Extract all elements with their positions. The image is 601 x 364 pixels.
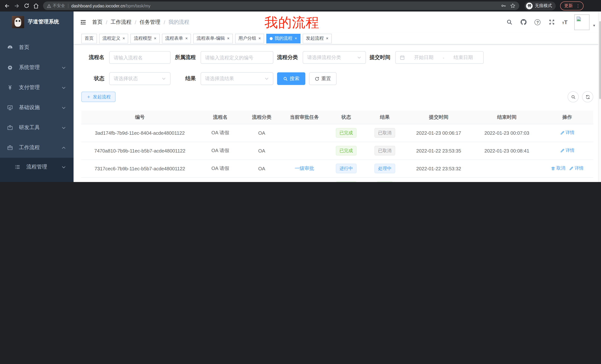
back-icon[interactable] bbox=[3, 2, 11, 10]
tab-用户分组[interactable]: 用户分组× bbox=[235, 34, 264, 43]
sidebar-item-1[interactable]: 首页 bbox=[0, 38, 74, 57]
process-name-input[interactable] bbox=[109, 51, 170, 64]
address-bar[interactable]: 不安全 dashboard.yudao.iocoder.cn/bpm/task/… bbox=[43, 1, 519, 10]
hamburger-icon[interactable] bbox=[80, 18, 87, 26]
breadcrumb-item[interactable]: 任务管理 bbox=[140, 19, 160, 25]
refresh-icon bbox=[585, 95, 590, 99]
tab-首页[interactable]: 首页 bbox=[81, 34, 97, 43]
result-badge: 通过 bbox=[377, 182, 393, 182]
process-id-input[interactable] bbox=[200, 51, 273, 64]
sidebar-item-4[interactable]: 基础设施 bbox=[0, 98, 74, 118]
close-icon[interactable]: × bbox=[326, 36, 328, 40]
tab-流程模型[interactable]: 流程模型× bbox=[130, 34, 160, 43]
cell-task bbox=[281, 124, 328, 142]
result-select[interactable]: 请选择流结果 bbox=[200, 72, 273, 85]
table-row: 7470a810-7b9b-11ec-b5b7-acde48001122OA 请… bbox=[81, 142, 593, 160]
tags-view: 首页流程定义×流程模型×流程表单×流程表单-编辑×用户分组×我的流程×发起流程× bbox=[74, 33, 601, 45]
plus-icon: ＋ bbox=[86, 94, 91, 100]
chevron-down-icon bbox=[61, 65, 66, 70]
update-button[interactable]: 更新 ⋮ bbox=[560, 1, 583, 10]
detail-link[interactable]: 详情 bbox=[560, 130, 574, 136]
github-icon[interactable] bbox=[520, 18, 527, 26]
cancel-link[interactable]: 取消 bbox=[551, 165, 565, 172]
cell-name: OA 请假 bbox=[198, 142, 242, 160]
edit-icon bbox=[560, 131, 564, 135]
reload-icon[interactable] bbox=[22, 2, 30, 10]
hide-search-button[interactable] bbox=[568, 91, 579, 102]
reset-button[interactable]: 重置 bbox=[309, 72, 337, 85]
header-search-icon[interactable] bbox=[506, 18, 513, 26]
cell-end-time: 2022-01-23 00:07:03 bbox=[472, 124, 541, 142]
url-text[interactable]: dashboard.yudao.iocoder.cn/bpm/task/my bbox=[71, 3, 150, 8]
sidebar-item-label: 研发工具 bbox=[19, 124, 61, 131]
create-process-button[interactable]: ＋ 发起流程 bbox=[81, 92, 116, 102]
tab-流程表单-编辑[interactable]: 流程表单-编辑× bbox=[193, 34, 233, 43]
not-secure-badge[interactable]: 不安全 bbox=[47, 3, 65, 9]
close-icon[interactable]: × bbox=[227, 36, 230, 40]
cell-status: 已完成 bbox=[328, 124, 365, 142]
app-logo[interactable]: 芋道管理系统 bbox=[0, 11, 74, 32]
tab-流程定义[interactable]: 流程定义× bbox=[99, 34, 128, 43]
home-icon[interactable] bbox=[32, 2, 40, 10]
delete-icon bbox=[551, 166, 555, 171]
sidebar-item-label: 首页 bbox=[19, 44, 74, 51]
sidebar-item-5[interactable]: 研发工具 bbox=[0, 118, 74, 138]
breadcrumb: 首页/工作流程/任务管理/我的流程 bbox=[92, 19, 189, 25]
font-size-icon[interactable]: тT bbox=[562, 19, 568, 25]
incognito-icon bbox=[526, 2, 533, 9]
submit-time-range[interactable]: 开始日期 - 结束日期 bbox=[395, 51, 484, 64]
cell-actions: 详情 bbox=[541, 142, 593, 160]
column-header: 操作 bbox=[541, 111, 593, 124]
key-icon[interactable] bbox=[501, 3, 506, 9]
avatar-caret-icon[interactable]: ▾ bbox=[593, 23, 595, 28]
result-badge: 处理中 bbox=[374, 164, 395, 173]
sidebar: 芋道管理系统 首页系统管理支付管理基础设施研发工具工作流程流程管理任务管理我的流… bbox=[0, 11, 74, 182]
sidebar-item-8[interactable]: 任务管理 bbox=[0, 176, 74, 182]
cell-submit-time: 2022-01-23 00:06:17 bbox=[405, 124, 472, 142]
broken-image-icon bbox=[576, 16, 582, 22]
close-icon[interactable]: × bbox=[123, 36, 125, 40]
detail-link[interactable]: 详情 bbox=[569, 165, 583, 172]
tab-流程表单[interactable]: 流程表单× bbox=[162, 34, 191, 43]
search-icon bbox=[571, 95, 576, 99]
window-scrollbar[interactable] bbox=[598, 11, 601, 182]
tab-发起流程[interactable]: 发起流程× bbox=[302, 34, 332, 43]
monitor-icon bbox=[7, 105, 13, 111]
avatar[interactable] bbox=[574, 14, 590, 30]
tab-我的流程[interactable]: 我的流程× bbox=[266, 34, 300, 43]
chevron-down-icon bbox=[357, 55, 361, 60]
task-link[interactable]: 一级审批 bbox=[295, 165, 314, 172]
category-select[interactable]: 请选择流程分类 bbox=[303, 51, 366, 64]
sidebar-item-7[interactable]: 流程管理 bbox=[0, 158, 74, 176]
close-icon[interactable]: × bbox=[154, 36, 156, 40]
close-icon[interactable]: × bbox=[295, 36, 297, 40]
chevron-down-icon bbox=[161, 77, 166, 81]
refresh-table-button[interactable] bbox=[582, 91, 593, 102]
table-row: 7317cec6-7b9b-11ec-b5b7-acde48001122OA 请… bbox=[81, 160, 593, 177]
breadcrumb-item[interactable]: 首页 bbox=[92, 19, 102, 25]
search-button[interactable]: 搜索 bbox=[277, 72, 305, 85]
close-icon[interactable]: × bbox=[259, 36, 261, 40]
fullscreen-icon[interactable] bbox=[548, 18, 555, 26]
sidebar-menu: 首页系统管理支付管理基础设施研发工具工作流程流程管理任务管理我的流程待办任务已办… bbox=[0, 38, 74, 182]
sidebar-item-label: 基础设施 bbox=[19, 104, 61, 111]
status-select[interactable]: 请选择状态 bbox=[109, 72, 170, 85]
sidebar-item-2[interactable]: 系统管理 bbox=[0, 57, 74, 77]
forward-icon[interactable] bbox=[13, 2, 21, 10]
cell-category: OA bbox=[242, 160, 281, 177]
breadcrumb-item[interactable]: 工作流程 bbox=[111, 19, 131, 25]
sidebar-item-6[interactable]: 工作流程 bbox=[0, 138, 74, 158]
close-icon[interactable]: × bbox=[185, 36, 188, 40]
cell-name: OA 请假 bbox=[198, 124, 242, 142]
browser-toolbar: 不安全 dashboard.yudao.iocoder.cn/bpm/task/… bbox=[0, 0, 601, 11]
table-header-row: 编号流程名流程分类当前审批任务状态结果提交时间结束时间操作 bbox=[81, 111, 593, 124]
detail-link[interactable]: 详情 bbox=[560, 147, 574, 154]
browser-menu-icon[interactable]: ⋮ bbox=[576, 3, 580, 8]
toolbox-icon bbox=[7, 125, 13, 131]
scrollbar-thumb[interactable] bbox=[599, 21, 601, 99]
sidebar-item-3[interactable]: 支付管理 bbox=[0, 77, 74, 98]
bookmark-star-icon[interactable] bbox=[510, 3, 516, 9]
window: 不安全 dashboard.yudao.iocoder.cn/bpm/task/… bbox=[0, 0, 601, 182]
help-icon[interactable]: ? bbox=[534, 18, 541, 26]
cell-status: 已完成 bbox=[328, 142, 365, 160]
